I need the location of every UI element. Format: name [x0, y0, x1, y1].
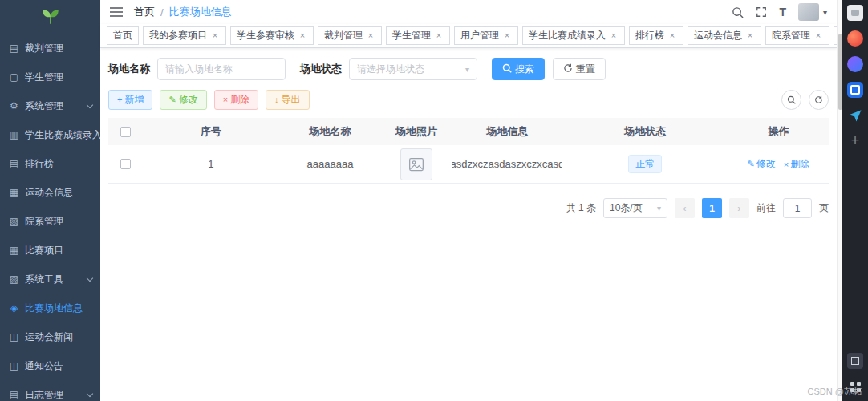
sidebar-item-venues[interactable]: ◈比赛场地信息 — [0, 294, 100, 322]
prev-page-button[interactable]: ‹ — [675, 198, 695, 218]
sidebar-item-label: 日志管理 — [25, 388, 63, 401]
close-icon[interactable]: × — [502, 31, 512, 41]
chevron-down-icon — [87, 274, 93, 281]
logo[interactable] — [0, 0, 100, 34]
row-delete-link[interactable]: ×删除 — [784, 157, 809, 171]
export-button[interactable]: ↓导出 — [266, 90, 310, 110]
tab-home[interactable]: 首页 — [107, 26, 139, 45]
close-icon[interactable]: × — [366, 31, 375, 41]
page-size-select[interactable]: 10条/页 ▾ — [603, 198, 667, 218]
breadcrumb-home[interactable]: 首页 — [134, 5, 155, 19]
pencil-icon: ✎ — [748, 159, 755, 169]
sidebar-item-tools[interactable]: ▨系统工具 — [0, 265, 100, 294]
next-page-button[interactable]: › — [729, 198, 749, 218]
tab-label: 运动会信息 — [694, 29, 742, 43]
tab-ranking[interactable]: 排行榜× — [629, 26, 683, 45]
row-edit-link[interactable]: ✎修改 — [748, 157, 776, 171]
tab-users[interactable]: 用户管理× — [454, 26, 518, 45]
sidebar-item-label: 系统管理 — [25, 99, 63, 113]
font-size-icon[interactable]: T — [779, 6, 786, 18]
avatar[interactable]: ▾ — [798, 3, 827, 21]
tab-sports-info[interactable]: 运动会信息× — [688, 26, 761, 45]
purple-app-icon[interactable] — [847, 56, 863, 72]
scrollbar-thumb[interactable] — [838, 34, 842, 110]
blue-app-icon[interactable] — [847, 82, 863, 98]
close-icon[interactable]: × — [609, 31, 619, 41]
close-icon[interactable]: × — [210, 31, 220, 41]
close-icon[interactable]: × — [745, 31, 755, 41]
sidebar-item-score-entry[interactable]: ▥学生比赛成绩录入 — [0, 120, 100, 149]
trash-icon: × — [223, 95, 228, 104]
hamburger-icon[interactable] — [110, 6, 123, 18]
reset-button[interactable]: 重置 — [553, 58, 606, 80]
edit-button[interactable]: ✎修改 — [160, 90, 206, 110]
goto-page-input[interactable] — [783, 198, 812, 218]
vertical-scrollbar[interactable] — [837, 0, 842, 401]
sidebar-item-logs[interactable]: ▤日志管理 — [0, 380, 100, 401]
sidebar-item-departments[interactable]: ▧院系管理 — [0, 207, 100, 236]
sidebar-item-students[interactable]: ▢学生管理 — [0, 63, 100, 91]
sidebar-item-label: 学生比赛成绩录入 — [25, 128, 100, 142]
close-icon[interactable]: × — [667, 31, 677, 41]
tab-my-projects[interactable]: 我的参赛项目× — [143, 26, 226, 45]
red-app-icon[interactable] — [847, 30, 863, 47]
column-header-name: 场地名称 — [280, 124, 380, 139]
venue-status-select[interactable]: 请选择场地状态 ▾ — [349, 58, 477, 80]
sidebar-item-referee[interactable]: ▤裁判管理 — [0, 34, 100, 63]
sidebar-item-label: 比赛场地信息 — [25, 302, 83, 315]
events-icon: ▦ — [8, 245, 20, 256]
app-window-icon[interactable] — [847, 353, 863, 369]
close-icon[interactable]: × — [298, 31, 307, 41]
fullscreen-icon[interactable] — [756, 6, 767, 18]
tab-entry-review[interactable]: 学生参赛审核× — [230, 26, 314, 45]
news-icon: ◫ — [8, 331, 20, 342]
delete-button-label: 删除 — [230, 93, 249, 107]
add-extension-icon[interactable]: + — [851, 133, 860, 148]
venue-name-input[interactable] — [157, 58, 286, 80]
search-button[interactable]: 搜索 — [492, 58, 545, 80]
sidebar-item-ranking[interactable]: ▤排行榜 — [0, 149, 100, 178]
add-button-label: 新增 — [124, 93, 144, 107]
venue-photo-thumbnail[interactable] — [400, 148, 432, 180]
tab-label: 我的参赛项目 — [149, 29, 207, 43]
sidebar-item-news[interactable]: ◫运动会新闻 — [0, 322, 100, 351]
tab-label: 用户管理 — [460, 29, 499, 43]
ranking-icon: ▤ — [8, 158, 20, 169]
sidebar-item-system[interactable]: ⚙系统管理 — [0, 91, 100, 120]
sidebar-item-notices[interactable]: ◫通知公告 — [0, 351, 100, 380]
sidebar-item-sports-info[interactable]: ▦运动会信息 — [0, 178, 100, 207]
topbar-actions: T ▾ — [732, 3, 827, 21]
table-toolbar: +新增 ✎修改 ×删除 ↓导出 — [108, 90, 829, 110]
close-icon[interactable]: × — [434, 31, 444, 41]
tab-label: 排行榜 — [635, 29, 664, 43]
avatar-image — [798, 3, 819, 21]
select-all-checkbox[interactable] — [120, 127, 131, 137]
tab-students[interactable]: 学生管理× — [386, 26, 450, 45]
row-checkbox[interactable] — [120, 159, 131, 169]
delete-button[interactable]: ×删除 — [214, 90, 258, 110]
add-button[interactable]: +新增 — [108, 90, 152, 110]
sidebar-item-label: 运动会信息 — [25, 186, 73, 200]
row-delete-label: 删除 — [790, 157, 809, 171]
pagination: 共 1 条 10条/页 ▾ ‹ 1 › 前往 页 — [108, 198, 829, 218]
page-number-button[interactable]: 1 — [702, 198, 722, 218]
profile-icon[interactable] — [847, 5, 863, 21]
refresh-table-button[interactable] — [809, 90, 829, 110]
search-icon[interactable] — [732, 6, 744, 18]
export-button-label: 导出 — [282, 93, 301, 107]
tab-departments[interactable]: 院系管理× — [765, 26, 829, 45]
score-entry-icon: ▥ — [8, 129, 20, 140]
sidebar-item-events[interactable]: ▦比赛项目 — [0, 236, 100, 265]
close-icon[interactable]: × — [813, 31, 823, 41]
venue-icon: ◈ — [8, 302, 20, 314]
tab-score-entry[interactable]: 学生比赛成绩录入× — [522, 26, 625, 45]
paper-plane-icon[interactable] — [847, 107, 863, 124]
total-count: 共 1 条 — [566, 201, 596, 215]
toolbar-right — [781, 90, 829, 110]
caret-down-icon: ▾ — [657, 204, 661, 213]
toggle-search-button[interactable] — [781, 90, 801, 110]
main-area: 首页 / 比赛场地信息 T ▾ 首页 我的参赛项目× 学生 — [100, 0, 837, 401]
tab-referee[interactable]: 裁判管理× — [318, 26, 382, 45]
breadcrumb: 首页 / 比赛场地信息 — [134, 5, 232, 19]
column-header-photo: 场地照片 — [380, 124, 452, 139]
